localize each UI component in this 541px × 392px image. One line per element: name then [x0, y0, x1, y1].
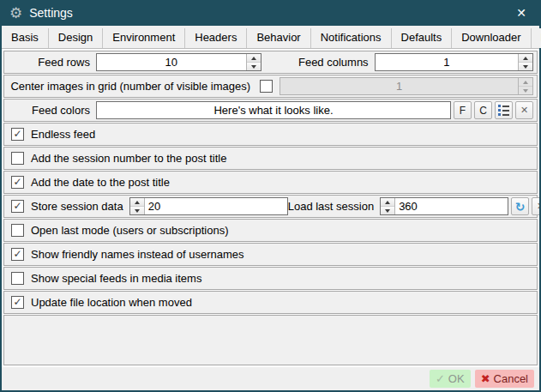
spin-down-button[interactable] [247, 62, 261, 70]
center-images-checkbox[interactable]: ✓ [260, 80, 273, 93]
list-button[interactable] [495, 101, 513, 119]
settings-window: ⚙ Settings ✕ Basis Design Environment He… [0, 0, 541, 392]
spin-up-button[interactable] [381, 198, 394, 206]
feed-rows-label: Feed rows [8, 56, 96, 69]
open-last-mode-row: ✓ Open last mode (users or subscriptions… [3, 219, 538, 242]
font-button-label: F [460, 105, 466, 117]
spin-up-button [519, 78, 532, 86]
load-session-value[interactable]: 360 [395, 198, 508, 214]
tab-notifications[interactable]: Notifications [311, 28, 392, 48]
friendly-names-label: Show friendly names instead of usernames [31, 248, 244, 261]
refresh-icon: ↻ [515, 201, 526, 213]
feed-rows-value[interactable]: 10 [97, 54, 246, 70]
center-images-spinner: 1 [280, 77, 533, 95]
ok-check-icon: ✓ [436, 372, 445, 385]
tab-defaults[interactable]: Defaults [392, 28, 453, 48]
arrow-down-icon [385, 209, 390, 213]
cancel-button-label: Cancel [494, 372, 528, 385]
color-button[interactable]: C [474, 101, 492, 119]
list-icon [498, 105, 509, 116]
session-number-checkbox[interactable]: ✓ [11, 152, 24, 165]
update-location-checkbox[interactable]: ✓ [11, 296, 24, 309]
store-session-checkbox[interactable]: ✓ [11, 200, 24, 213]
arrow-up-icon [135, 201, 140, 204]
arrow-down-icon [251, 65, 256, 69]
endless-feed-label: Endless feed [31, 128, 95, 141]
clear-session-button[interactable]: ✕ [532, 197, 539, 215]
date-title-checkbox[interactable]: ✓ [11, 176, 24, 189]
tab-behavior[interactable]: Behavior [247, 28, 310, 48]
feed-colors-row: Feed colors Here's what it looks like. F… [3, 99, 538, 122]
endless-feed-checkbox[interactable]: ✓ [11, 128, 24, 141]
tab-basis[interactable]: Basis [2, 28, 49, 48]
endless-feed-row: ✓ Endless feed [3, 123, 538, 146]
reload-session-button[interactable]: ↻ [511, 197, 529, 215]
update-location-label: Update file location when moved [31, 296, 192, 309]
update-location-row: ✓ Update file location when moved [3, 291, 538, 314]
ok-button-label: OK [448, 372, 465, 385]
tab-bar: Basis Design Environment Headers Behavio… [2, 26, 539, 49]
feed-rows-spin-buttons [246, 54, 261, 70]
feed-settings-panel: Feed rows 10 Feed columns 1 Center image… [2, 49, 539, 367]
arrow-up-icon [385, 201, 390, 204]
arrow-up-icon [523, 81, 528, 84]
date-title-label: Add the date to the post title [31, 176, 170, 189]
check-icon: ✓ [13, 201, 21, 211]
open-last-mode-checkbox[interactable]: ✓ [11, 224, 24, 237]
feed-colors-preview-field[interactable]: Here's what it looks like. [96, 101, 451, 119]
clear-icon: ✕ [537, 201, 539, 212]
load-session-spin-buttons [381, 198, 395, 214]
cancel-button[interactable]: ✖ Cancel [475, 370, 534, 388]
ok-button[interactable]: ✓ OK [430, 370, 471, 388]
center-images-label: Center images in grid (number of visible… [8, 80, 256, 93]
font-button[interactable]: F [454, 101, 472, 119]
special-feeds-label: Show special feeds in media items [31, 272, 201, 285]
feed-colors-label: Feed colors [8, 104, 96, 117]
spin-down-button[interactable] [519, 62, 532, 70]
spin-up-button[interactable] [247, 54, 261, 62]
spin-down-button[interactable] [130, 206, 144, 214]
feed-grid-row: Feed rows 10 Feed columns 1 [3, 51, 538, 74]
store-session-value[interactable]: 20 [145, 198, 287, 214]
feed-columns-spin-buttons [518, 54, 532, 70]
cancel-x-icon: ✖ [481, 372, 490, 385]
friendly-names-row: ✓ Show friendly names instead of usernam… [3, 243, 538, 266]
tab-environment[interactable]: Environment [103, 28, 185, 48]
open-last-mode-label: Open last mode (users or subscriptions) [31, 224, 228, 237]
clear-colors-button[interactable]: ✕ [515, 101, 533, 119]
spin-up-button[interactable] [130, 198, 144, 206]
arrow-up-icon [251, 57, 256, 60]
special-feeds-checkbox[interactable]: ✓ [11, 272, 24, 285]
spin-down-button [519, 86, 532, 94]
footer-bar: ✓ OK ✖ Cancel [2, 367, 539, 390]
load-session-label: Load last session [288, 200, 380, 213]
feed-columns-label: Feed columns [261, 56, 375, 69]
store-session-label: Store session data [31, 200, 129, 213]
feed-columns-value[interactable]: 1 [376, 54, 518, 70]
center-images-value: 1 [280, 78, 518, 94]
spin-down-button[interactable] [381, 206, 394, 214]
feed-columns-spinner[interactable]: 1 [375, 53, 533, 71]
tab-design[interactable]: Design [49, 28, 103, 48]
arrow-down-icon [523, 65, 528, 69]
friendly-names-checkbox[interactable]: ✓ [11, 248, 24, 261]
titlebar: ⚙ Settings ✕ [2, 0, 539, 26]
feed-rows-spinner[interactable]: 10 [96, 53, 261, 71]
session-data-row: ✓ Store session data 20 Load last sessio… [3, 195, 538, 218]
clear-icon: ✕ [520, 105, 528, 116]
close-button[interactable]: ✕ [503, 0, 539, 26]
load-session-spinner[interactable]: 360 [380, 197, 508, 215]
tab-headers[interactable]: Headers [185, 28, 247, 48]
check-icon: ✓ [13, 297, 21, 307]
load-session-group: Load last session 360 ↻ ✕ [288, 197, 539, 215]
store-session-spinner[interactable]: 20 [129, 197, 288, 215]
arrow-down-icon [135, 209, 140, 213]
tab-downloading[interactable]: Downloading [532, 28, 541, 48]
empty-panel [3, 315, 538, 365]
store-session-spin-buttons [130, 198, 145, 214]
color-button-label: C [479, 105, 487, 117]
tab-downloader[interactable]: Downloader [452, 28, 531, 48]
spin-up-button[interactable] [519, 54, 532, 62]
window-title: Settings [29, 6, 73, 20]
check-icon: ✓ [13, 249, 21, 259]
